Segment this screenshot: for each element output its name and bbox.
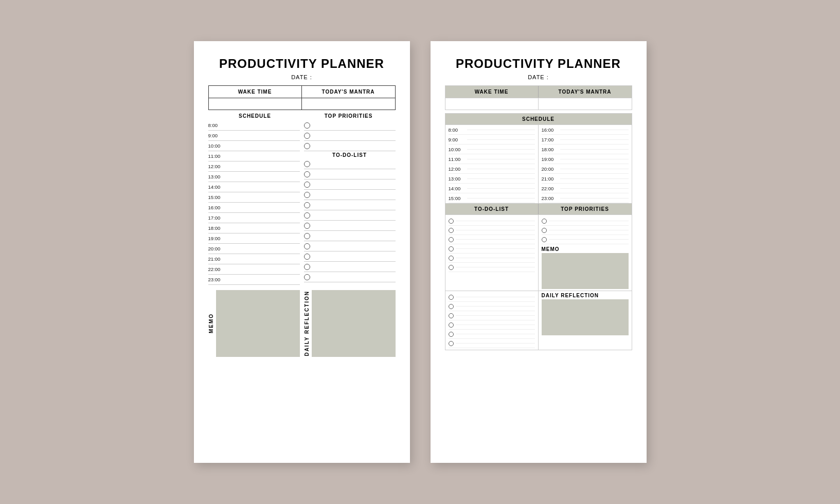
left-todo-4: [304, 190, 396, 200]
left-reflection-section: DAILY REFLECTION: [304, 290, 396, 357]
left-mantra-value[interactable]: [302, 98, 395, 110]
left-wake-time-value[interactable]: [209, 98, 302, 110]
right-todo-pri-body: MEMO: [445, 215, 632, 291]
left-todo-8: [304, 231, 396, 241]
left-srow-1800: 18:00: [208, 223, 300, 233]
left-wake-time-label: WAKE TIME: [209, 86, 302, 98]
right-todo-6: [449, 263, 535, 272]
left-todo-6: [304, 210, 396, 221]
right-srow-1700: 17:00: [542, 135, 629, 145]
left-schedule-label: SCHEDULE: [208, 113, 302, 119]
right-reflection-col: DAILY REFLECTION: [539, 291, 632, 350]
right-memo-box[interactable]: [542, 253, 629, 289]
right-bottom-section: DAILY REFLECTION: [445, 291, 632, 350]
right-todo-5: [449, 254, 535, 263]
left-srow-2000: 20:00: [208, 244, 300, 254]
right-schedule-left: 8:00 9:00 10:00 11:00 12:00 13:00 14:00 …: [445, 125, 539, 203]
left-srow-1700: 17:00: [208, 213, 300, 223]
left-srow-900: 9:00: [208, 131, 300, 141]
right-todo-extra: [445, 291, 539, 350]
left-top-grid: WAKE TIME TODAY'S MANTRA: [208, 85, 396, 98]
right-top-grid-value: [445, 98, 632, 110]
right-wake-time-label: WAKE TIME: [445, 86, 539, 98]
left-two-col: 8:00 9:00 10:00 11:00 12:00 13:00 14:00 …: [208, 120, 396, 285]
right-planner: PRODUCTIVITY PLANNER DATE : WAKE TIME TO…: [431, 41, 647, 463]
right-memo-label: MEMO: [542, 246, 629, 252]
right-todo-4: [449, 244, 535, 254]
right-srow-1600: 16:00: [542, 125, 629, 135]
right-todo-9: [449, 311, 535, 320]
left-srow-1200: 12:00: [208, 161, 300, 172]
right-srow-1400: 14:00: [449, 184, 535, 193]
left-bottom-section: MEMO DAILY REFLECTION: [208, 290, 396, 357]
left-todo-3: [304, 179, 396, 190]
left-prow-1: [304, 120, 396, 131]
left-todo-label: TO-DO-LIST: [304, 152, 396, 158]
left-srow-1300: 13:00: [208, 172, 300, 182]
left-todo-1: [304, 159, 396, 169]
left-srow-2100: 21:00: [208, 254, 300, 264]
left-prow-2: [304, 131, 396, 141]
left-schedule-block: 8:00 9:00 10:00 11:00 12:00 13:00 14:00 …: [208, 120, 300, 285]
right-srow-1800: 18:00: [542, 145, 629, 154]
left-top-grid-value: [208, 98, 396, 110]
left-planner: PRODUCTIVITY PLANNER DATE : WAKE TIME TO…: [194, 41, 410, 463]
right-memo-inline: MEMO: [542, 246, 629, 289]
right-todo-pri-header: TO-DO-LIST TOP PRIORITIES: [445, 204, 632, 215]
left-srow-1600: 16:00: [208, 203, 300, 213]
right-date-label: DATE :: [445, 74, 632, 80]
left-memo-box[interactable]: [216, 290, 300, 357]
left-todo-9: [304, 241, 396, 251]
right-priorities-label: TOP PRIORITIES: [539, 204, 632, 214]
right-title: PRODUCTIVITY PLANNER: [445, 57, 632, 71]
right-mantra-label: TODAY'S MANTRA: [539, 86, 632, 98]
left-srow-1000: 10:00: [208, 141, 300, 151]
left-srow-2200: 22:00: [208, 264, 300, 275]
left-memo-label: MEMO: [208, 313, 214, 333]
right-srow-1100: 11:00: [449, 154, 535, 164]
left-todo-10: [304, 251, 396, 262]
right-srow-2300: 23:00: [542, 193, 629, 203]
left-srow-1100: 11:00: [208, 151, 300, 161]
right-schedule-label: SCHEDULE: [445, 113, 632, 125]
right-srow-2000: 20:00: [542, 164, 629, 174]
left-srow-1900: 19:00: [208, 233, 300, 244]
left-title: PRODUCTIVITY PLANNER: [208, 57, 396, 71]
left-memo-section: MEMO: [208, 290, 300, 357]
left-date-label: DATE :: [208, 74, 396, 80]
right-todo-7: [449, 293, 535, 302]
right-todo-label: TO-DO-LIST: [445, 204, 539, 214]
right-srow-800: 8:00: [449, 125, 535, 135]
right-srow-900: 9:00: [449, 135, 535, 145]
right-priorities-col: MEMO: [539, 215, 632, 291]
left-srow-1400: 14:00: [208, 182, 300, 192]
left-srow-2300: 23:00: [208, 275, 300, 285]
right-prow-2: [542, 226, 629, 235]
right-todo-3: [449, 235, 535, 244]
right-reflection-label: DAILY REFLECTION: [542, 293, 629, 298]
right-schedule-two-col: 8:00 9:00 10:00 11:00 12:00 13:00 14:00 …: [445, 125, 632, 204]
right-srow-1200: 12:00: [449, 164, 535, 174]
right-srow-1300: 13:00: [449, 174, 535, 184]
right-mantra-value[interactable]: [539, 98, 632, 110]
left-mantra-label: TODAY'S MANTRA: [302, 86, 395, 98]
left-prow-3: [304, 141, 396, 151]
right-reflection-box[interactable]: [542, 299, 629, 335]
right-wake-time-value[interactable]: [445, 98, 539, 110]
right-srow-2100: 21:00: [542, 174, 629, 184]
right-todo-11: [449, 330, 535, 339]
right-prow-3: [542, 235, 629, 244]
right-srow-2200: 22:00: [542, 184, 629, 193]
right-srow-1900: 19:00: [542, 154, 629, 164]
left-todo-7: [304, 221, 396, 231]
left-srow-800: 8:00: [208, 120, 300, 131]
left-todo-5: [304, 200, 396, 210]
right-schedule-right: 16:00 17:00 18:00 19:00 20:00 21:00 22:0…: [539, 125, 632, 203]
left-sch-pri-header: SCHEDULE TOP PRIORITIES: [208, 113, 396, 119]
right-todo-10: [449, 320, 535, 330]
right-todo-2: [449, 226, 535, 235]
right-todo-8: [449, 302, 535, 311]
left-todo-2: [304, 169, 396, 179]
right-todo-col: [445, 215, 539, 291]
left-reflection-box[interactable]: [312, 290, 396, 357]
